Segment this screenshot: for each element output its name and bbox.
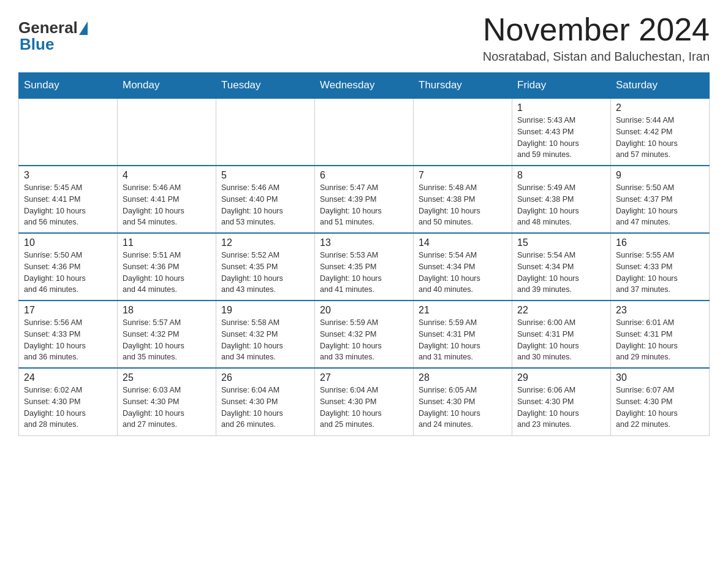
calendar-cell: 17Sunrise: 5:56 AM Sunset: 4:33 PM Dayli… — [19, 301, 118, 368]
day-number: 11 — [123, 237, 211, 248]
col-header-thursday: Thursday — [414, 73, 512, 99]
calendar-cell: 5Sunrise: 5:46 AM Sunset: 4:40 PM Daylig… — [216, 166, 315, 233]
day-info: Sunrise: 5:46 AM Sunset: 4:40 PM Dayligh… — [221, 182, 309, 228]
calendar-cell: 9Sunrise: 5:50 AM Sunset: 4:37 PM Daylig… — [611, 166, 710, 233]
calendar-cell: 10Sunrise: 5:50 AM Sunset: 4:36 PM Dayli… — [19, 233, 118, 301]
col-header-monday: Monday — [118, 73, 216, 99]
day-number: 27 — [320, 372, 408, 383]
calendar-cell: 14Sunrise: 5:54 AM Sunset: 4:34 PM Dayli… — [414, 233, 512, 301]
day-number: 15 — [517, 237, 605, 248]
title-area: November 2024 Nosratabad, Sistan and Bal… — [483, 12, 710, 64]
day-number: 6 — [320, 170, 408, 181]
calendar-week-row: 3Sunrise: 5:45 AM Sunset: 4:41 PM Daylig… — [19, 166, 710, 233]
calendar-cell: 15Sunrise: 5:54 AM Sunset: 4:34 PM Dayli… — [512, 233, 611, 301]
calendar-cell: 1Sunrise: 5:43 AM Sunset: 4:43 PM Daylig… — [512, 98, 611, 166]
calendar-cell: 30Sunrise: 6:07 AM Sunset: 4:30 PM Dayli… — [611, 368, 710, 435]
day-number: 5 — [221, 170, 309, 181]
calendar-cell: 11Sunrise: 5:51 AM Sunset: 4:36 PM Dayli… — [118, 233, 216, 301]
calendar-cell: 16Sunrise: 5:55 AM Sunset: 4:33 PM Dayli… — [611, 233, 710, 301]
day-info: Sunrise: 5:48 AM Sunset: 4:38 PM Dayligh… — [419, 182, 507, 228]
calendar-cell: 23Sunrise: 6:01 AM Sunset: 4:31 PM Dayli… — [611, 301, 710, 368]
calendar-cell: 18Sunrise: 5:57 AM Sunset: 4:32 PM Dayli… — [118, 301, 216, 368]
day-info: Sunrise: 5:45 AM Sunset: 4:41 PM Dayligh… — [24, 182, 112, 228]
calendar-cell: 6Sunrise: 5:47 AM Sunset: 4:39 PM Daylig… — [315, 166, 414, 233]
day-info: Sunrise: 5:55 AM Sunset: 4:33 PM Dayligh… — [616, 250, 704, 296]
logo-blue-text: Blue — [20, 35, 54, 54]
day-info: Sunrise: 5:50 AM Sunset: 4:36 PM Dayligh… — [24, 250, 112, 296]
day-number: 29 — [517, 372, 605, 383]
calendar-cell: 29Sunrise: 6:06 AM Sunset: 4:30 PM Dayli… — [512, 368, 611, 435]
calendar-week-row: 1Sunrise: 5:43 AM Sunset: 4:43 PM Daylig… — [19, 98, 710, 166]
day-info: Sunrise: 5:46 AM Sunset: 4:41 PM Dayligh… — [123, 182, 211, 228]
day-info: Sunrise: 5:44 AM Sunset: 4:42 PM Dayligh… — [616, 115, 704, 161]
calendar-cell: 7Sunrise: 5:48 AM Sunset: 4:38 PM Daylig… — [414, 166, 512, 233]
day-info: Sunrise: 5:50 AM Sunset: 4:37 PM Dayligh… — [616, 182, 704, 228]
calendar-cell: 27Sunrise: 6:04 AM Sunset: 4:30 PM Dayli… — [315, 368, 414, 435]
calendar-cell: 24Sunrise: 6:02 AM Sunset: 4:30 PM Dayli… — [19, 368, 118, 435]
day-info: Sunrise: 5:53 AM Sunset: 4:35 PM Dayligh… — [320, 250, 408, 296]
day-info: Sunrise: 6:02 AM Sunset: 4:30 PM Dayligh… — [24, 385, 112, 431]
day-info: Sunrise: 5:54 AM Sunset: 4:34 PM Dayligh… — [419, 250, 507, 296]
day-number: 13 — [320, 237, 408, 248]
col-header-wednesday: Wednesday — [315, 73, 414, 99]
calendar-cell: 8Sunrise: 5:49 AM Sunset: 4:38 PM Daylig… — [512, 166, 611, 233]
calendar-cell: 2Sunrise: 5:44 AM Sunset: 4:42 PM Daylig… — [611, 98, 710, 166]
calendar-cell: 25Sunrise: 6:03 AM Sunset: 4:30 PM Dayli… — [118, 368, 216, 435]
day-number: 7 — [419, 170, 507, 181]
day-number: 12 — [221, 237, 309, 248]
calendar-cell: 20Sunrise: 5:59 AM Sunset: 4:32 PM Dayli… — [315, 301, 414, 368]
day-number: 24 — [24, 372, 112, 383]
day-number: 20 — [320, 305, 408, 316]
calendar-cell — [118, 98, 216, 166]
calendar-week-row: 24Sunrise: 6:02 AM Sunset: 4:30 PM Dayli… — [19, 368, 710, 435]
day-number: 14 — [419, 237, 507, 248]
page-header: General Blue November 2024 Nosratabad, S… — [18, 12, 710, 64]
col-header-friday: Friday — [512, 73, 611, 99]
day-info: Sunrise: 5:57 AM Sunset: 4:32 PM Dayligh… — [123, 317, 211, 363]
day-number: 18 — [123, 305, 211, 316]
day-info: Sunrise: 5:54 AM Sunset: 4:34 PM Dayligh… — [517, 250, 605, 296]
calendar-table: SundayMondayTuesdayWednesdayThursdayFrid… — [18, 72, 710, 436]
calendar-cell — [315, 98, 414, 166]
calendar-week-row: 17Sunrise: 5:56 AM Sunset: 4:33 PM Dayli… — [19, 301, 710, 368]
calendar-cell: 22Sunrise: 6:00 AM Sunset: 4:31 PM Dayli… — [512, 301, 611, 368]
day-info: Sunrise: 6:06 AM Sunset: 4:30 PM Dayligh… — [517, 385, 605, 431]
day-number: 26 — [221, 372, 309, 383]
day-info: Sunrise: 5:59 AM Sunset: 4:32 PM Dayligh… — [320, 317, 408, 363]
calendar-cell: 12Sunrise: 5:52 AM Sunset: 4:35 PM Dayli… — [216, 233, 315, 301]
day-info: Sunrise: 6:03 AM Sunset: 4:30 PM Dayligh… — [123, 385, 211, 431]
day-info: Sunrise: 5:51 AM Sunset: 4:36 PM Dayligh… — [123, 250, 211, 296]
calendar-cell — [414, 98, 512, 166]
day-number: 10 — [24, 237, 112, 248]
day-info: Sunrise: 6:07 AM Sunset: 4:30 PM Dayligh… — [616, 385, 704, 431]
calendar-cell: 21Sunrise: 5:59 AM Sunset: 4:31 PM Dayli… — [414, 301, 512, 368]
calendar-cell: 19Sunrise: 5:58 AM Sunset: 4:32 PM Dayli… — [216, 301, 315, 368]
day-number: 30 — [616, 372, 704, 383]
calendar-week-row: 10Sunrise: 5:50 AM Sunset: 4:36 PM Dayli… — [19, 233, 710, 301]
logo-triangle-icon — [79, 21, 88, 35]
day-info: Sunrise: 6:05 AM Sunset: 4:30 PM Dayligh… — [419, 385, 507, 431]
day-info: Sunrise: 5:59 AM Sunset: 4:31 PM Dayligh… — [419, 317, 507, 363]
col-header-saturday: Saturday — [611, 73, 710, 99]
day-number: 8 — [517, 170, 605, 181]
day-number: 1 — [517, 102, 605, 113]
calendar-cell — [19, 98, 118, 166]
day-number: 19 — [221, 305, 309, 316]
day-number: 21 — [419, 305, 507, 316]
calendar-cell: 26Sunrise: 6:04 AM Sunset: 4:30 PM Dayli… — [216, 368, 315, 435]
day-number: 16 — [616, 237, 704, 248]
col-header-tuesday: Tuesday — [216, 73, 315, 99]
day-number: 23 — [616, 305, 704, 316]
day-info: Sunrise: 6:00 AM Sunset: 4:31 PM Dayligh… — [517, 317, 605, 363]
day-info: Sunrise: 6:01 AM Sunset: 4:31 PM Dayligh… — [616, 317, 704, 363]
day-info: Sunrise: 5:49 AM Sunset: 4:38 PM Dayligh… — [517, 182, 605, 228]
day-info: Sunrise: 5:47 AM Sunset: 4:39 PM Dayligh… — [320, 182, 408, 228]
day-info: Sunrise: 6:04 AM Sunset: 4:30 PM Dayligh… — [221, 385, 309, 431]
calendar-cell: 28Sunrise: 6:05 AM Sunset: 4:30 PM Dayli… — [414, 368, 512, 435]
day-info: Sunrise: 5:58 AM Sunset: 4:32 PM Dayligh… — [221, 317, 309, 363]
day-info: Sunrise: 5:52 AM Sunset: 4:35 PM Dayligh… — [221, 250, 309, 296]
day-number: 28 — [419, 372, 507, 383]
calendar-cell: 3Sunrise: 5:45 AM Sunset: 4:41 PM Daylig… — [19, 166, 118, 233]
col-header-sunday: Sunday — [19, 73, 118, 99]
month-title: November 2024 — [483, 12, 710, 47]
